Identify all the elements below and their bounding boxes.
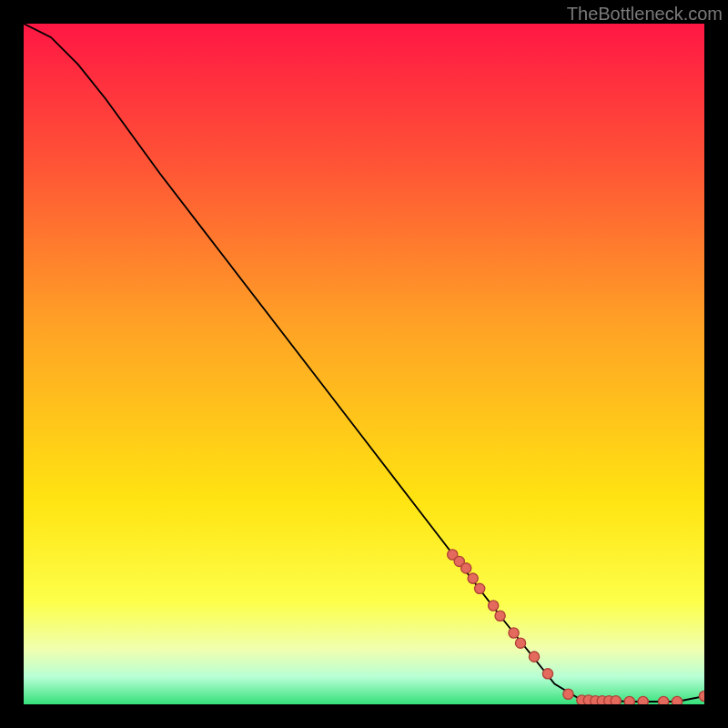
watermark-text: TheBottleneck.com [567, 4, 723, 25]
data-marker [611, 696, 621, 704]
curve-layer [24, 24, 704, 704]
data-marker [672, 696, 682, 704]
data-marker [489, 601, 499, 611]
data-marker [563, 689, 573, 699]
data-marker [542, 669, 552, 679]
data-marker [468, 573, 478, 583]
data-marker [638, 696, 648, 704]
data-marker [475, 583, 485, 593]
data-marker [624, 696, 634, 704]
data-marker [659, 696, 669, 704]
bottleneck-curve [24, 24, 704, 702]
chart-container: TheBottleneck.com [0, 0, 728, 728]
data-marker [529, 652, 539, 662]
plot-area [24, 24, 704, 704]
data-marker [495, 611, 505, 621]
data-marker [699, 691, 704, 701]
data-marker [515, 638, 525, 648]
data-marker [509, 628, 519, 638]
data-marker [461, 563, 471, 573]
data-markers [448, 550, 704, 704]
